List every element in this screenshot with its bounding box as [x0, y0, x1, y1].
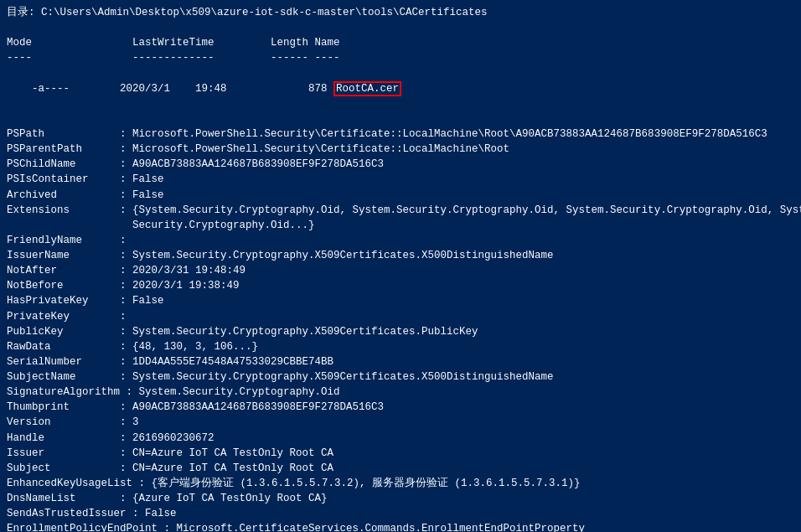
terminal-window: 目录: C:\Users\Admin\Desktop\x509\azure-io…: [0, 0, 801, 532]
prop-subject: Subject : CN=Azure IoT CA TestOnly Root …: [7, 461, 794, 476]
prop-friendlyname: FriendlyName :: [7, 233, 794, 248]
prop-enrollmentpolicyendpoint: EnrollmentPolicyEndPoint : Microsoft.Cer…: [7, 521, 794, 532]
prop-psiscontainer: PSIsContainer : False: [7, 172, 794, 187]
prop-handle: Handle : 2616960230672: [7, 431, 794, 446]
prop-thumbprint: Thumbprint : A90ACB73883AA124687B683908E…: [7, 400, 794, 415]
prop-archived: Archived : False: [7, 188, 794, 203]
header-line: Mode LastWriteTime Length Name: [7, 35, 794, 50]
prop-serialnumber: SerialNumber : 1DD4AA555E74548A47533029C…: [7, 354, 794, 369]
prop-notbefore: NotBefore : 2020/3/1 19:38:49: [7, 278, 794, 293]
prop-privatekey: PrivateKey :: [7, 309, 794, 324]
directory-line: 目录: C:\Users\Admin\Desktop\x509\azure-io…: [7, 5, 794, 20]
blank-2: [7, 111, 794, 127]
prop-extensions-2: Security.Cryptography.Oid...}: [7, 218, 794, 233]
blank-1: [7, 20, 794, 35]
file-line-pre: -a---- 2020/3/1 19:48 878: [32, 83, 333, 95]
separator-line: ---- ------------- ------ ----: [7, 50, 794, 65]
filename-highlight: RootCA.cer: [333, 81, 401, 96]
prop-dnsnamelist: DnsNameList : {Azure IoT CA TestOnly Roo…: [7, 491, 794, 506]
prop-extensions-1: Extensions : {System.Security.Cryptograp…: [7, 203, 794, 218]
prop-issuername: IssuerName : System.Security.Cryptograph…: [7, 248, 794, 263]
prop-psparentpath: PSParentPath : Microsoft.PowerShell.Secu…: [7, 142, 794, 157]
prop-notafter: NotAfter : 2020/3/31 19:48:49: [7, 263, 794, 278]
prop-rawdata: RawData : {48, 130, 3, 106...}: [7, 339, 794, 354]
prop-subjectname: SubjectName : System.Security.Cryptograp…: [7, 369, 794, 385]
prop-signaturealgorithm: SignatureAlgorithm : System.Security.Cry…: [7, 385, 794, 400]
prop-pspath: PSPath : Microsoft.PowerShell.Security\C…: [7, 127, 794, 142]
prop-issuer: Issuer : CN=Azure IoT CA TestOnly Root C…: [7, 446, 794, 461]
prop-version: Version : 3: [7, 415, 794, 430]
properties-section: PSPath : Microsoft.PowerShell.Security\C…: [7, 127, 794, 532]
prop-enhancedkeyusagelist: EnhancedKeyUsageList : {客户端身份验证 (1.3.6.1…: [7, 476, 794, 491]
file-line: -a---- 2020/3/1 19:48 878 RootCA.cer: [7, 66, 794, 111]
prop-publickey: PublicKey : System.Security.Cryptography…: [7, 324, 794, 339]
prop-sendastrustedissuer: SendAsTrustedIssuer : False: [7, 506, 794, 521]
prop-pschildname: PSChildName : A90ACB73883AA124687B683908…: [7, 157, 794, 172]
prop-hasprivatekey: HasPrivateKey : False: [7, 293, 794, 308]
